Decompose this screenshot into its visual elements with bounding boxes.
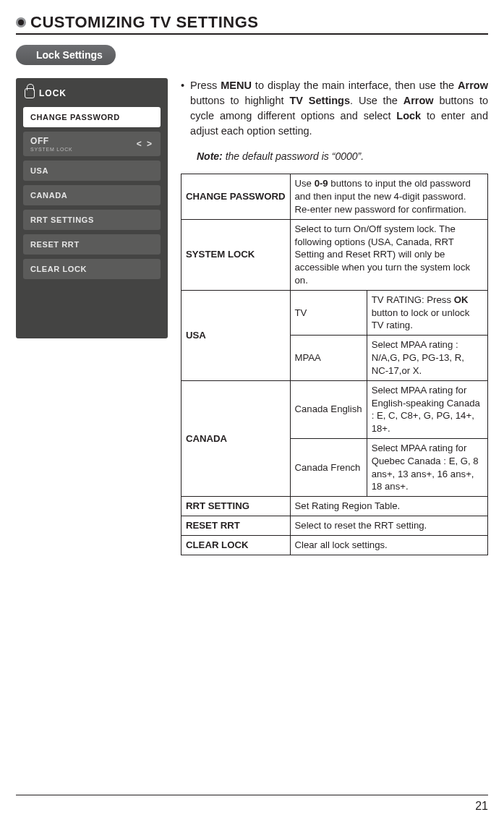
row-sublabel: Canada English	[290, 380, 367, 438]
menu-header-text: LOCK	[39, 88, 67, 98]
settings-table: CHANGE PASSWORD Use 0-9 buttons to input…	[181, 174, 488, 555]
note-text: the default password is “0000”.	[223, 150, 364, 162]
row-label: RESET RRT	[181, 516, 291, 536]
note-line: Note: the default password is “0000”.	[197, 149, 488, 163]
menu-item-system-lock: OFF SYSTEM LOCK < >	[23, 132, 161, 156]
lock-menu-illustration: LOCK CHANGE PASSWORD OFF SYSTEM LOCK < >…	[16, 78, 168, 338]
row-desc: Use 0-9 buttons to input the old passwor…	[290, 174, 488, 219]
row-desc: Set Rating Region Table.	[290, 497, 488, 516]
footer-rule	[16, 795, 488, 795]
menu-item-canada: CANADA	[23, 185, 161, 205]
row-sublabel: TV	[290, 290, 367, 335]
row-sublabel: MPAA	[290, 336, 367, 380]
menu-item-off-label: OFF	[30, 136, 49, 146]
row-sublabel: Canada French	[290, 438, 367, 496]
table-row: CANADA Canada English Select MPAA rating…	[181, 380, 488, 438]
note-label: Note:	[197, 150, 223, 162]
subsection-pill: Lock Settings	[16, 45, 116, 65]
section-dot-icon	[16, 17, 26, 27]
menu-item-sublabel: SYSTEM LOCK	[30, 147, 153, 152]
page-number: 21	[475, 800, 488, 813]
row-desc: Select MPAA rating for English-speaking …	[367, 380, 487, 438]
table-row: RRT SETTING Set Rating Region Table.	[181, 497, 488, 516]
intro-paragraph: • Press MENU to display the main interfa…	[181, 78, 488, 139]
row-desc: Select to turn On/Off system lock. The f…	[290, 219, 488, 290]
menu-item-change-password: CHANGE PASSWORD	[23, 107, 161, 127]
menu-header: LOCK	[23, 88, 161, 98]
title-row: CUSTOMIZING TV SETTINGS	[16, 13, 488, 35]
arrows-icon: < >	[137, 139, 153, 149]
lock-icon	[25, 88, 35, 98]
menu-item-rrt-settings: RRT SETTINGS	[23, 210, 161, 230]
row-desc: Select MPAA rating : N/A,G, PG, PG-13, R…	[367, 336, 487, 380]
table-row: SYSTEM LOCK Select to turn On/Off system…	[181, 219, 488, 290]
row-label: SYSTEM LOCK	[181, 219, 291, 290]
row-desc: Select MPAA rating for Quebec Canada : E…	[367, 438, 487, 496]
table-row: RESET RRT Select to reset the RRT settin…	[181, 516, 488, 536]
row-desc: TV RATING: Press OK button to lock or un…	[367, 290, 487, 335]
intro-text: Press MENU to display the main interface…	[190, 78, 488, 139]
menu-item-usa: USA	[23, 161, 161, 181]
row-label: CHANGE PASSWORD	[181, 174, 291, 219]
menu-item-reset-rrt: RESET RRT	[23, 234, 161, 255]
bullet-icon: •	[181, 78, 184, 139]
page-title: CUSTOMIZING TV SETTINGS	[30, 13, 258, 32]
table-row: USA TV TV RATING: Press OK button to loc…	[181, 290, 488, 335]
table-row: CLEAR LOCK Clear all lock settings.	[181, 535, 488, 555]
menu-item-clear-lock: CLEAR LOCK	[23, 259, 161, 279]
table-row: CHANGE PASSWORD Use 0-9 buttons to input…	[181, 174, 488, 219]
row-desc: Clear all lock settings.	[290, 535, 488, 555]
row-label: CANADA	[181, 380, 291, 497]
row-label: USA	[181, 290, 291, 380]
row-label: RRT SETTING	[181, 497, 291, 516]
row-label: CLEAR LOCK	[181, 535, 291, 555]
row-desc: Select to reset the RRT setting.	[290, 516, 488, 536]
